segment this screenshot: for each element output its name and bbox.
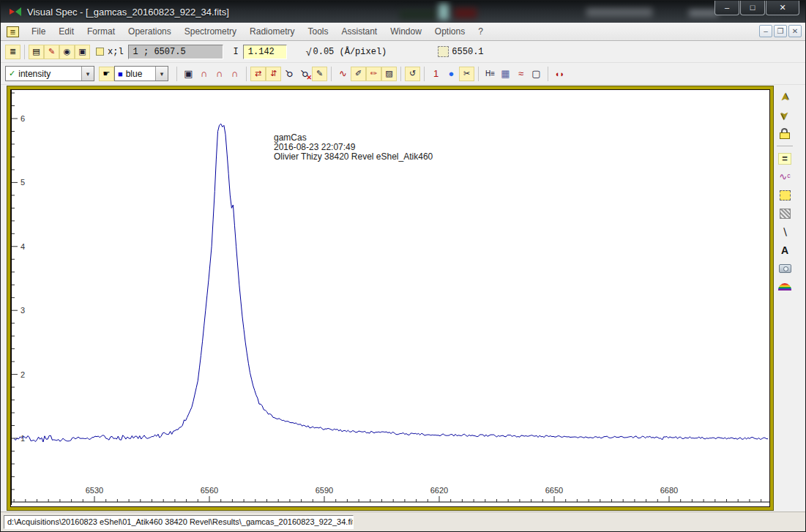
- toolbar-main: ≣ ▤ ✎ ◉ ▣ x;l 1 ; 6507.5 I 1.142 √ 0.05 …: [1, 41, 805, 63]
- chevron-down-icon[interactable]: ▾: [81, 67, 94, 80]
- draw-pen-icon[interactable]: ✐: [351, 67, 366, 81]
- erase-pen-icon[interactable]: ✏: [366, 67, 381, 81]
- dispersion-value: 0.05 (Å/pixel): [313, 47, 387, 57]
- svg-text:5: 5: [20, 178, 25, 187]
- menu-item-format[interactable]: Format: [81, 24, 122, 39]
- menu-item-radiometry[interactable]: Radiometry: [243, 24, 301, 39]
- coord-value: 1 ; 6507.5: [133, 47, 186, 57]
- coord-checkbox-label: x;l: [108, 47, 124, 57]
- pick-hand-icon[interactable]: ☛: [99, 67, 114, 81]
- add-text-icon[interactable]: A: [776, 241, 794, 258]
- undo-icon[interactable]: ↺: [405, 67, 420, 81]
- menubar: ≣ File Edit Format Operations Spectromet…: [1, 23, 805, 41]
- edit-profile-icon[interactable]: ✎: [44, 45, 59, 59]
- crop-percent-icon[interactable]: ✂: [459, 67, 474, 81]
- dispersion-icon: √: [306, 46, 312, 58]
- baseline-icon[interactable]: ≈: [513, 67, 529, 81]
- coord-checkbox[interactable]: [96, 48, 104, 56]
- line-profile-1-icon[interactable]: ∩: [196, 67, 212, 81]
- fit-frame-icon[interactable]: ▢: [529, 67, 544, 81]
- mdi-document-icon[interactable]: ≣: [7, 26, 19, 37]
- synthesis-icon[interactable]: ◖◗: [552, 67, 567, 81]
- mdi-restore-button[interactable]: ❐: [774, 25, 787, 37]
- titlebar[interactable]: Visual Spec - [_gamcas_20160823_922_34.f…: [1, 1, 805, 23]
- chart-frame: 653065606590662066506680123456 gamCas 20…: [7, 86, 774, 511]
- clean-broom-icon[interactable]: ▨: [381, 67, 397, 81]
- menu-item-edit[interactable]: Edit: [52, 24, 81, 39]
- display-mode-icon[interactable]: ▣: [181, 67, 196, 81]
- svg-text:6590: 6590: [316, 486, 333, 495]
- arrow-up-icon[interactable]: ➤: [776, 89, 794, 105]
- save-icon[interactable]: ▣: [75, 45, 90, 59]
- camera-icon[interactable]: [776, 260, 794, 277]
- svg-text:3: 3: [20, 306, 25, 315]
- mdi-minimize-button[interactable]: –: [759, 25, 772, 37]
- draw-line-icon[interactable]: ∖: [776, 223, 794, 240]
- intensity-value: 1.142: [248, 47, 275, 57]
- selection-box-icon[interactable]: [776, 187, 794, 203]
- elements-table-icon[interactable]: ▦: [498, 67, 513, 81]
- menu-item-window[interactable]: Window: [384, 24, 428, 39]
- menu-item-options[interactable]: Options: [428, 24, 471, 39]
- sidebar-separator: [777, 146, 793, 146]
- background-blur-artifact: [439, 4, 449, 20]
- hatch-fill-icon[interactable]: [776, 205, 794, 222]
- color-selected: blue: [123, 69, 155, 79]
- svg-text:6530: 6530: [86, 486, 103, 495]
- intensity-label: I: [234, 47, 239, 57]
- chart-annotation: gamCas 2016-08-23 22:07:49 Olivier Thizy…: [274, 133, 433, 162]
- water-drop-icon[interactable]: ●: [444, 67, 459, 81]
- unzoom-icon[interactable]: ⚲✕: [296, 67, 312, 81]
- menu-item-spectrometry[interactable]: Spectrometry: [178, 24, 243, 39]
- zoom-in-icon[interactable]: ⚲: [281, 67, 296, 81]
- minimize-button[interactable]: –: [714, 1, 739, 15]
- chevron-down-icon[interactable]: ▾: [155, 67, 168, 80]
- svg-text:6650: 6650: [545, 486, 563, 495]
- swap-axes-icon[interactable]: ⇄: [250, 67, 266, 81]
- line-profile-2-icon[interactable]: ∩: [212, 67, 227, 81]
- svg-text:6: 6: [20, 114, 25, 123]
- close-button[interactable]: ✕: [766, 1, 799, 15]
- mdi-close-button[interactable]: ✕: [788, 25, 802, 37]
- menu-item-assistant[interactable]: Assistant: [335, 24, 384, 39]
- statusbar: d:\Acquisitions\20160823 eShel\01_Atik46…: [1, 512, 805, 531]
- background-blur-artifact: [400, 10, 436, 20]
- edit-chart-icon[interactable]: ✎: [312, 67, 327, 81]
- search-profile-icon[interactable]: ◉: [59, 45, 75, 59]
- lambda-ref-value: 6550.1: [452, 47, 483, 57]
- series-dropdown[interactable]: ✓ intensity ▾: [5, 66, 94, 81]
- color-swatch-icon: ■: [118, 70, 123, 78]
- intensity-field[interactable]: 1.142: [243, 45, 287, 59]
- shift-scale-icon[interactable]: ⇵: [266, 67, 281, 81]
- equals-icon[interactable]: =: [776, 150, 794, 167]
- arrow-down-icon[interactable]: ➤: [776, 107, 794, 124]
- background-blur-artifact: [455, 8, 477, 18]
- open-profile-icon[interactable]: ▤: [29, 45, 44, 59]
- svg-text:6560: 6560: [201, 486, 218, 495]
- workarea: 653065606590662066506680123456 gamCas 20…: [1, 85, 805, 512]
- lambda-marker-icon[interactable]: [438, 46, 449, 57]
- series-selected: intensity: [15, 69, 81, 79]
- maximize-button[interactable]: □: [740, 1, 765, 15]
- plot-area[interactable]: 653065606590662066506680123456 gamCas 20…: [10, 89, 770, 507]
- remove-spikes-icon[interactable]: ∿: [335, 67, 351, 81]
- menu-item-tools[interactable]: Tools: [301, 24, 335, 39]
- annotation-observer: Olivier Thizy 38420 Revel eShel_Atik460: [274, 152, 433, 162]
- lock-icon[interactable]: [776, 125, 794, 142]
- svg-text:6620: 6620: [430, 486, 448, 495]
- tool-sidebar: ➤ ➤ = ∿ᶜ ∖ A: [774, 85, 796, 512]
- line-profile-3-icon[interactable]: ∩: [227, 67, 242, 81]
- menu-item-operations[interactable]: Operations: [122, 24, 178, 39]
- menu-item-help[interactable]: ?: [471, 24, 490, 39]
- app-logo-icon: [10, 7, 21, 17]
- coord-field[interactable]: 1 ; 6507.5: [128, 45, 223, 59]
- hydrogen-lines-icon[interactable]: H≡: [482, 67, 498, 81]
- layers-icon[interactable]: ≣: [5, 45, 20, 59]
- svg-text:4: 4: [20, 242, 25, 251]
- continuum-edit-icon[interactable]: ∿ᶜ: [776, 168, 794, 185]
- status-file-path: d:\Acquisitions\20160823 eShel\01_Atik46…: [4, 515, 354, 529]
- rainbow-synthesis-icon[interactable]: [776, 278, 794, 295]
- color-dropdown[interactable]: ■ blue ▾: [114, 66, 168, 81]
- normalize-icon[interactable]: 1: [428, 67, 444, 81]
- menu-item-file[interactable]: File: [25, 24, 52, 39]
